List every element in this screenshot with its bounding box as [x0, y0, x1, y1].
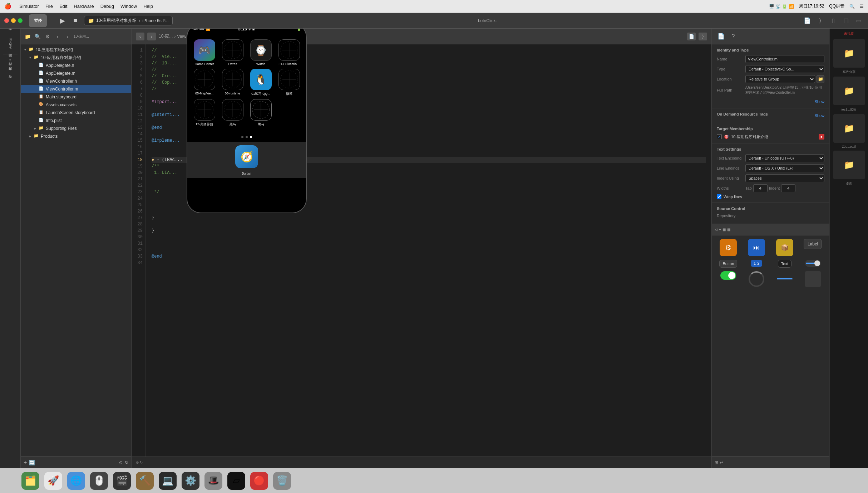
scheme-selector[interactable]: 📁 10-应用程序对象介绍 › iPhone 6s P... — [84, 16, 173, 25]
window-maximize-btn[interactable] — [18, 18, 23, 23]
menubar-list-icon[interactable]: ☰ — [860, 4, 864, 9]
stop-button[interactable]: ■ — [70, 16, 80, 26]
app-heima1[interactable]: 黑马 — [220, 99, 245, 127]
app-game-center[interactable]: 🎮 Game Center — [192, 39, 217, 66]
show-link[interactable]: Show — [814, 99, 824, 104]
left-label-2[interactable]: AirDrop — [8, 36, 13, 50]
left-label-5[interactable]: 分享共享 — [7, 72, 13, 74]
dock-magicprefs[interactable]: 🎩 — [204, 472, 222, 490]
tm-checkbox[interactable]: ✓ — [717, 134, 722, 139]
split-view-btn[interactable]: ▯ — [828, 16, 838, 26]
dock-parallels[interactable]: ▱ — [227, 472, 245, 490]
dock-safari[interactable]: 🧭 — [235, 145, 258, 168]
menu-help[interactable]: Help — [143, 4, 153, 9]
app-cllocation[interactable]: 01-CLlocatio... — [276, 39, 302, 66]
location-browse-btn[interactable]: 📁 — [817, 75, 824, 83]
file-browser-icon[interactable]: 📁 — [24, 33, 31, 40]
editor-icon-btn[interactable]: 📄 — [687, 33, 696, 40]
indent-using-select[interactable]: Spaces — [745, 174, 824, 182]
app-mapview[interactable]: 05-MapVie... — [192, 69, 217, 96]
app-extras[interactable]: Extras — [220, 39, 245, 66]
nav-bottom-back[interactable]: ⊙ — [119, 460, 123, 465]
filter-icon[interactable]: ⚙ — [44, 33, 51, 40]
inspector-file-btn[interactable]: 📄 — [716, 31, 726, 42]
dock-mouse[interactable]: 🖱️ — [90, 472, 108, 490]
name-input[interactable] — [745, 55, 824, 63]
dock-trash[interactable]: 🗑️ — [273, 472, 291, 490]
indent-input[interactable] — [781, 184, 795, 192]
far-right-item-2[interactable]: 📁 — [833, 77, 865, 105]
window-minimize-btn[interactable] — [11, 18, 16, 23]
dock-terminal[interactable]: 💻 — [159, 472, 177, 490]
nav-bottom-fwd[interactable]: ↻ — [125, 460, 128, 465]
layout-btn[interactable]: ◫ — [841, 16, 851, 26]
search-icon[interactable]: 🔍 — [34, 33, 41, 40]
widget-slider[interactable] — [800, 260, 825, 268]
dock-app11[interactable]: 🔴 — [250, 472, 268, 490]
dock-safari-dock[interactable]: 🌐 — [67, 472, 85, 490]
menubar-input-method[interactable]: QQ拼音 — [829, 3, 844, 9]
dock-preferences[interactable]: ⚙️ — [182, 472, 199, 490]
dock-xcode[interactable]: 🔨 — [136, 472, 154, 490]
app-weibo[interactable]: 微博 — [276, 69, 302, 96]
nav-back-icon[interactable]: ‹ — [54, 33, 61, 40]
on-demand-show[interactable]: Show — [814, 113, 824, 118]
left-label-3[interactable]: 13期限 — [7, 58, 13, 64]
apple-menu[interactable]: 🍎 — [4, 3, 11, 10]
pause-button[interactable]: 暂停 — [29, 14, 47, 27]
widget-number-selector[interactable]: 1 2 — [744, 260, 769, 268]
tab-input[interactable] — [753, 184, 768, 192]
menu-edit[interactable]: Edit — [59, 4, 67, 9]
app-meituan[interactable]: 12-美团界面 — [192, 99, 217, 127]
encoding-select[interactable]: Default - Unicode (UTF-8) — [745, 154, 824, 162]
file-icon-btn[interactable]: 📄 — [802, 16, 812, 26]
panel-grid-btn[interactable]: ⊞ — [715, 460, 718, 465]
window-close-btn[interactable] — [4, 18, 9, 23]
toggle-switch[interactable] — [720, 271, 736, 280]
app-runtime[interactable]: 05-runtime — [220, 69, 245, 96]
dock-quicktime[interactable]: 🎬 — [113, 472, 131, 490]
widget-text[interactable]: Text — [773, 260, 797, 268]
menu-hardware[interactable]: Hardware — [74, 4, 94, 9]
widget-box[interactable]: 📦 — [773, 239, 797, 256]
view-toggle-btn[interactable]: ▭ — [854, 16, 864, 26]
menubar-search-icon[interactable]: 🔍 — [849, 4, 855, 9]
app-heima2[interactable]: 黑马 — [248, 99, 273, 127]
forward-icon-btn[interactable]: ⟩ — [815, 16, 825, 26]
widget-media-btn[interactable]: ⏭ — [744, 239, 769, 256]
widget-prev-btn[interactable]: ◁ — [715, 228, 717, 231]
line-endings-select[interactable]: Default - OS X / Unix (LF) — [745, 164, 824, 172]
menu-file[interactable]: File — [45, 4, 53, 9]
panel-back-btn[interactable]: ↩ — [720, 460, 723, 465]
menu-window[interactable]: Window — [120, 4, 137, 9]
widget-layout1-btn[interactable]: ▦ — [722, 228, 726, 231]
widget-orange[interactable]: ⚙ — [716, 239, 741, 256]
far-right-item-1[interactable]: 📁 — [833, 39, 865, 68]
widget-button[interactable]: Button — [716, 260, 741, 268]
editor-move-btn[interactable]: ⟩ — [699, 33, 707, 40]
widget-toggle[interactable] — [716, 271, 741, 287]
run-button[interactable]: ▶ — [58, 16, 68, 26]
nav-forward-icon[interactable]: › — [64, 33, 71, 40]
add-file-btn[interactable]: + — [24, 459, 27, 466]
menu-debug[interactable]: Debug — [100, 4, 114, 9]
widget-label[interactable]: Label — [800, 239, 825, 256]
app-qq[interactable]: 🐧 01练习-QQ... — [248, 69, 273, 96]
far-right-item-4[interactable]: 📁 — [833, 151, 865, 179]
dock-launchpad[interactable]: 🚀 — [44, 472, 62, 490]
menu-simulator[interactable]: Simulator — [19, 4, 39, 9]
left-label-4[interactable]: 程序 — [7, 67, 13, 69]
left-label-1[interactable]: 所有 — [7, 31, 13, 34]
dock-finder[interactable]: 🗂️ — [21, 472, 39, 490]
wrap-lines-checkbox[interactable] — [717, 194, 721, 199]
iphone-screen[interactable]: 🎮 Game Center Extras — [187, 34, 306, 213]
app-watch[interactable]: ⌚ Watch — [248, 39, 273, 66]
widget-layout2-btn[interactable]: ▦ — [727, 228, 730, 231]
location-select[interactable]: Relative to Group — [745, 75, 815, 83]
left-label-6[interactable]: 有... — [7, 77, 13, 82]
filter-btn[interactable]: 🔄 — [29, 460, 35, 465]
widget-add-btn[interactable]: + — [719, 228, 721, 231]
far-right-item-3[interactable]: 📁 — [833, 114, 865, 143]
type-select[interactable]: Default - Objective-C So... — [745, 65, 824, 73]
inspector-help-btn[interactable]: ? — [728, 31, 738, 42]
